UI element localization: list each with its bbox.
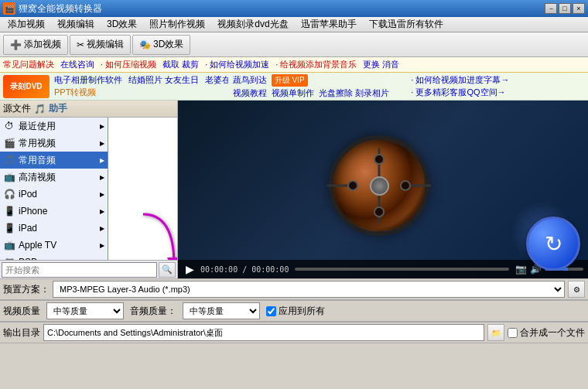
quicklink-compress[interactable]: · 如何压缩视频: [101, 59, 156, 70]
quicklink-faq[interactable]: 常见问题解决: [3, 59, 54, 70]
play-button[interactable]: ▶: [183, 263, 197, 275]
apply-all-checkbox[interactable]: 应用到所有: [266, 305, 325, 318]
video-icon: 🎬: [3, 137, 15, 149]
toolbar: ➕ 添加视频 ✂ 视频编辑 🎭 3D效果: [0, 32, 588, 57]
ad-link-5[interactable]: 视频教程: [233, 87, 267, 99]
dropdown-label-iphone: iPhone: [19, 206, 47, 217]
arrow-indicator: [135, 210, 177, 260]
app-icon: 🎬: [3, 2, 15, 15]
ad-link-3[interactable]: 老婆在家无聊怎么办: [205, 74, 228, 86]
ad-link-1[interactable]: 电子相册制作软件: [54, 74, 122, 86]
audio-quality-label: 音频质量：: [130, 305, 176, 318]
output-bar: 输出目录 📁 合并成一个文件: [0, 322, 588, 343]
dropdown-item-appletv[interactable]: 📺 Apple TV: [0, 237, 108, 254]
dropdown-label-common-video: 常用视频: [19, 137, 56, 150]
menu-video-edit[interactable]: 视频编辑: [51, 16, 101, 32]
ad-link-2[interactable]: 结婚照片 女友生日: [128, 74, 199, 86]
quicklink-crop[interactable]: 截取 裁剪: [162, 59, 199, 70]
preset-bar: 预置方案： MP3-MPEG Layer-3 Audio (*.mp3) ⚙: [0, 278, 588, 300]
appletv-icon: 📺: [3, 239, 15, 251]
output-label: 输出目录: [3, 326, 40, 340]
menu-3d-effect[interactable]: 3D效果: [101, 16, 143, 32]
search-input[interactable]: [2, 262, 157, 278]
maximize-button[interactable]: □: [559, 3, 571, 14]
3d-icon: 🎭: [139, 39, 151, 50]
quicklink-mute[interactable]: 更换 消音: [363, 59, 399, 70]
apply-all-input[interactable]: [266, 306, 276, 316]
quicklink-bgm[interactable]: · 给视频添加背景音乐: [275, 59, 357, 70]
dropdown-item-hd-video[interactable]: 📺 高清视频: [0, 169, 108, 186]
menu-download[interactable]: 下载迅雷所有软件: [363, 16, 450, 32]
menu-photo-video[interactable]: 照片制作视频: [143, 16, 211, 32]
titlebar-buttons: － □ ×: [545, 3, 585, 14]
search-bar: 🔍: [0, 260, 177, 278]
hd-icon: 📺: [3, 171, 15, 183]
ipod-icon: 🎧: [3, 188, 15, 200]
source-header: 源文件 🎵 助手: [0, 101, 177, 118]
progress-bar[interactable]: [295, 268, 509, 271]
output-browse-btn[interactable]: 📁: [487, 324, 504, 341]
iphone-icon: 📱: [3, 205, 15, 217]
film-reel-graphic: [329, 135, 437, 244]
dropdown-item-psp[interactable]: 🎮 PSP: [0, 254, 108, 260]
menu-container: ⏱ 最近使用 🎬 常用视频 🎵 常用音频 📺 高清视频: [0, 118, 108, 260]
preset-select[interactable]: MP3-MPEG Layer-3 Audio (*.mp3): [53, 281, 565, 298]
output-path-input[interactable]: [43, 324, 484, 341]
ad-link-6[interactable]: 视频单制作: [272, 87, 314, 99]
ad-link-9[interactable]: · 更多精彩客服QQ空间→: [411, 87, 585, 98]
audio-quality-select[interactable]: 中等质量: [183, 302, 260, 319]
merge-checkbox[interactable]: 合并成一个文件: [508, 326, 585, 340]
dropdown-item-ipad[interactable]: 📱 iPad: [0, 220, 108, 237]
recent-icon: ⏱: [3, 120, 15, 132]
add-video-label: 添加视频: [24, 38, 61, 51]
quality-bar: 视频质量 中等质量 音频质量： 中等质量 应用到所有: [0, 300, 588, 322]
ad-link-7[interactable]: 光盘擦除 刻录相片: [319, 87, 389, 99]
dropdown-item-common-video[interactable]: 🎬 常用视频: [0, 135, 108, 152]
preset-label: 预置方案：: [3, 283, 50, 296]
vip-badge: 升级 VIP: [272, 74, 308, 87]
video-edit-button[interactable]: ✂ 视频编辑: [70, 35, 131, 55]
convert-button[interactable]: ↻: [526, 217, 580, 271]
menu-dvd-burn[interactable]: 视频刻录dvd光盘: [211, 16, 294, 32]
menu-add-video[interactable]: 添加视频: [2, 16, 51, 32]
apply-all-label: 应用到所有: [279, 305, 325, 318]
source-panel: 源文件 🎵 助手 ⏱ 最近使用 🎬 常用视频 🎵: [0, 101, 178, 278]
quicklink-consult[interactable]: 在线咨询: [60, 59, 94, 70]
minimize-button[interactable]: －: [545, 3, 557, 14]
dropdown-item-common-audio[interactable]: 🎵 常用音频: [0, 152, 108, 169]
ad-link-4[interactable]: PPT转视频: [54, 87, 96, 98]
app-title: 狸窝全能视频转换器: [19, 2, 102, 15]
merge-input[interactable]: [508, 328, 518, 338]
preset-settings-btn[interactable]: ⚙: [568, 281, 585, 298]
file-icon: 🎵: [34, 104, 46, 114]
audio-icon: 🎵: [3, 154, 15, 166]
video-panel: ▶ 00:00:00 / 00:00:00 📷 🔊 ↻: [178, 101, 588, 278]
ad-vip-1[interactable]: 蔬鸟到达: [233, 74, 267, 87]
video-quality-label: 视频质量: [3, 305, 40, 318]
dropdown-label-hd-video: 高清视频: [19, 171, 56, 184]
camera-button[interactable]: 📷: [515, 264, 527, 275]
dropdown-item-recent[interactable]: ⏱ 最近使用: [0, 118, 108, 135]
quicklink-speed[interactable]: · 如何给视频加速: [205, 59, 269, 70]
ads-bar: 录刻DVD 电子相册制作软件 结婚照片 女友生日 老婆在家无聊怎么办 PPT转视…: [0, 73, 588, 101]
merge-label: 合并成一个文件: [520, 326, 585, 340]
titlebar: 🎬 狸窝全能视频转换器 － □ ×: [0, 0, 588, 17]
time-display: 00:00:00 / 00:00:00: [200, 265, 289, 274]
dropdown-item-iphone[interactable]: 📱 iPhone: [0, 203, 108, 220]
menu-apple-helper[interactable]: 迅雷苹果助手: [295, 16, 363, 32]
close-button[interactable]: ×: [573, 3, 585, 14]
dvd-label: 录刻DVD: [10, 81, 42, 92]
main-dropdown-menu: ⏱ 最近使用 🎬 常用视频 🎵 常用音频 📺 高清视频: [0, 118, 108, 260]
dropdown-label-appletv: Apple TV: [19, 240, 56, 251]
video-quality-select[interactable]: 中等质量: [46, 302, 124, 319]
dropdown-label-recent: 最近使用: [19, 120, 56, 133]
source-label: 源文件: [3, 102, 31, 115]
video-edit-label: 视频编辑: [87, 38, 124, 51]
ad-link-8[interactable]: · 如何给视频加进度字幕→: [411, 74, 585, 86]
3d-button[interactable]: 🎭 3D效果: [132, 35, 190, 55]
dropdown-item-ipod[interactable]: 🎧 iPod: [0, 186, 108, 203]
add-video-button[interactable]: ➕ 添加视频: [3, 35, 68, 55]
dvd-ad-image: 录刻DVD: [3, 75, 50, 98]
3d-label: 3D效果: [153, 38, 183, 51]
search-button[interactable]: 🔍: [159, 262, 176, 278]
